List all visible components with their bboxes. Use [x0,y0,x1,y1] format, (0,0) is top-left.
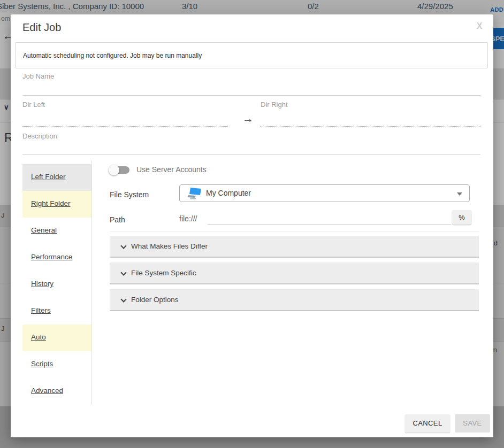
dir-left-input[interactable] [22,126,228,127]
notice-text: Automatic scheduling not configured. Job… [23,52,202,59]
use-server-accounts-label: Use Server Accounts [136,165,207,174]
tab-performance[interactable]: Performance [22,244,91,271]
tab-history[interactable]: History [22,271,91,298]
dialog-title: Edit Job [22,21,61,34]
description-label: Description [22,132,57,140]
divider [110,231,479,232]
chevron-down-icon [120,243,126,249]
dir-left-label: Dir Left [22,101,45,109]
description-input[interactable] [22,154,480,155]
chevron-down-icon [120,269,126,275]
file-system-select[interactable]: My Computer [179,184,470,202]
tab-auto[interactable]: Auto [22,325,91,351]
job-name-input[interactable] [22,95,480,96]
file-system-value: My Computer [206,189,251,197]
tab-left-folder[interactable]: Left Folder [22,164,91,191]
path-label: Path [110,215,125,224]
dir-right-label: Dir Right [261,101,288,109]
arrow-right-icon: → [242,112,254,125]
tab-scripts[interactable]: Scripts [22,351,91,378]
accordion-folder-options[interactable]: Folder Options [110,289,479,311]
tab-advanced[interactable]: Advanced [22,378,91,405]
tab-general[interactable]: General [22,218,91,244]
dropdown-caret-icon [457,192,462,196]
tab-filters[interactable]: Filters [22,298,91,325]
dir-right-input[interactable] [261,126,480,127]
path-input[interactable] [208,224,451,225]
edit-job-dialog: Edit Job X Automatic scheduling not conf… [11,14,493,437]
tab-right-folder[interactable]: Right Folder [22,191,91,218]
cancel-button[interactable]: CANCEL [405,414,450,432]
computer-icon [187,187,202,202]
scheduling-notice: Automatic scheduling not configured. Job… [15,42,488,68]
chevron-down-icon [120,296,126,302]
toggle-knob[interactable] [109,165,119,175]
tab-column-divider [91,160,92,405]
percent-variables-button[interactable]: % [452,210,471,225]
save-button[interactable]: SAVE [455,414,490,432]
accordion-file-system-specific[interactable]: File System Specific [110,262,479,284]
file-system-label: File System [110,190,149,199]
path-prefix: file:/// [179,214,197,223]
job-name-label: Job Name [22,72,54,80]
close-icon[interactable]: X [473,20,486,33]
accordion-what-makes-files-differ[interactable]: What Makes Files Differ [110,236,479,258]
